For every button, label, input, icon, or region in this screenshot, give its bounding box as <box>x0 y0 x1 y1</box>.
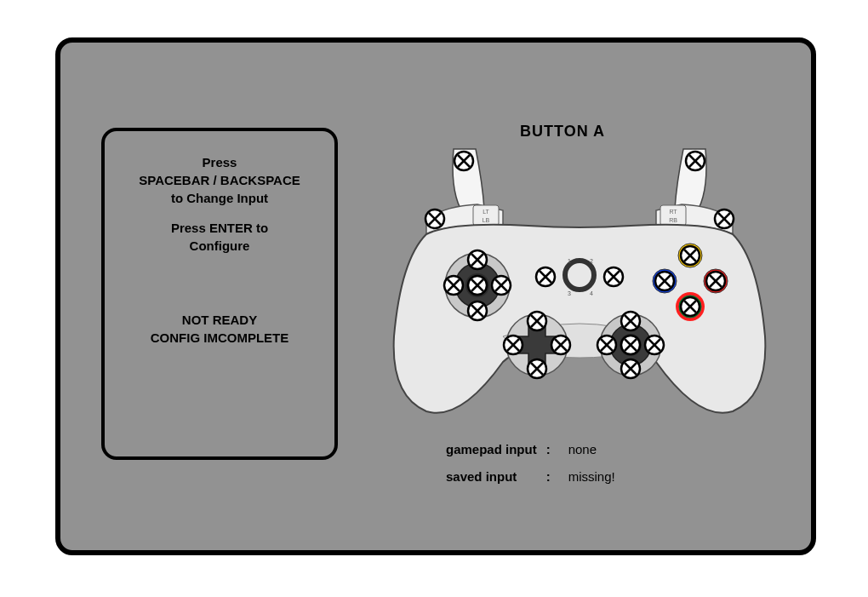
center-number: 1 <box>568 258 571 264</box>
instruction-line: SPACEBAR / BACKSPACE <box>105 173 334 187</box>
instruction-line: Press <box>105 155 334 169</box>
status-line: NOT READY <box>105 313 334 327</box>
controller-diagram: LT LB RT RB <box>375 141 784 422</box>
config-frame: Press SPACEBAR / BACKSPACE to Change Inp… <box>55 37 816 555</box>
rb-label: RB <box>669 217 677 223</box>
controller-body-icon <box>394 225 766 413</box>
input-info: gamepad input : none saved input : missi… <box>443 434 618 491</box>
instruction-line: Configure <box>105 238 334 253</box>
saved-input-value: missing! <box>568 469 615 484</box>
lt-label: LT <box>483 209 489 215</box>
gamepad-input-label: gamepad input <box>446 442 537 456</box>
center-number: 2 <box>590 258 593 264</box>
gamepad-input-value: none <box>568 442 597 456</box>
center-number: 3 <box>568 290 571 296</box>
status-line: CONFIG IMCOMPLETE <box>105 330 334 345</box>
saved-input-label: saved input <box>446 469 517 484</box>
rt-label: RT <box>669 209 677 215</box>
center-number: 4 <box>590 290 593 296</box>
instruction-panel: Press SPACEBAR / BACKSPACE to Change Inp… <box>101 128 338 460</box>
lb-label: LB <box>483 217 490 223</box>
current-button-title: BUTTON A <box>520 123 605 141</box>
instruction-line: to Change Input <box>105 191 334 205</box>
instruction-line: Press ENTER to <box>105 221 334 235</box>
